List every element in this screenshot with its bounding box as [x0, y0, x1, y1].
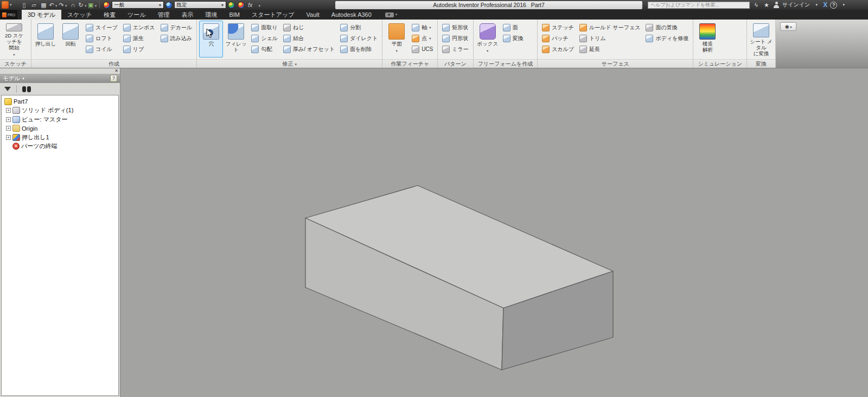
patch-button[interactable]: パッチ: [540, 33, 576, 43]
tab-Autodesk A360[interactable]: Autodesk A360: [326, 10, 378, 20]
work-point-button[interactable]: 点▾: [410, 33, 435, 43]
parameters-fx-button[interactable]: fx: [246, 2, 254, 8]
ribbon-group-label[interactable]: パターン: [438, 59, 473, 68]
tree-item-Origin[interactable]: +Origin: [2, 124, 118, 133]
ribbon-group-label[interactable]: フリーフォームを作成: [474, 59, 537, 68]
ribbon-group-label[interactable]: 修正▾: [197, 59, 382, 68]
emboss-button[interactable]: エンボス: [121, 22, 157, 33]
sweep-button[interactable]: スイープ: [84, 22, 120, 33]
replace-face-button[interactable]: 面の置換: [643, 22, 691, 33]
tab-スタートアップ[interactable]: スタートアップ: [246, 10, 301, 20]
extrude-button[interactable]: 押し出し: [34, 21, 58, 57]
appearance-select[interactable]: 既定 ▼: [174, 1, 226, 9]
browser-help-icon[interactable]: ?: [110, 75, 117, 82]
favorites-star-icon[interactable]: ★: [763, 1, 770, 9]
ruled-surface-button[interactable]: ルールド サーフェス: [577, 22, 642, 33]
expand-plus-icon[interactable]: +: [6, 108, 11, 113]
adjust-appearance-icon[interactable]: [228, 2, 235, 9]
split-button[interactable]: 分割: [338, 22, 380, 33]
derive-button[interactable]: 派生: [121, 33, 157, 43]
combine-button[interactable]: 結合: [281, 33, 337, 43]
new-file-icon[interactable]: ▯: [20, 1, 29, 9]
model-3d-box[interactable]: [120, 68, 868, 397]
appearance-browser-icon[interactable]: [165, 2, 173, 9]
material-select[interactable]: 一般 ▼: [112, 1, 164, 9]
delete-face-button[interactable]: 面を削除: [338, 44, 380, 54]
trim-button[interactable]: トリム: [577, 33, 642, 43]
tab-ツール[interactable]: ツール: [122, 10, 152, 20]
work-plane-button[interactable]: 平面▾: [385, 21, 409, 57]
tab-Vault[interactable]: Vault: [301, 10, 326, 20]
tab-環境[interactable]: 環境: [199, 10, 223, 20]
close-icon[interactable]: ✕: [114, 69, 118, 73]
ribbon-group-label[interactable]: スケッチ: [0, 59, 31, 68]
ribbon-group-label[interactable]: シミュレーション: [693, 59, 746, 68]
convert-to-sheet-metal-button[interactable]: シート メタル に変換: [749, 21, 773, 57]
ribbon-options-button[interactable]: ◉ ▾: [780, 22, 796, 31]
ribbon-group-label[interactable]: サーフェス: [538, 59, 693, 68]
thread-button[interactable]: ねじ: [281, 22, 337, 33]
import-button[interactable]: 読み込み: [158, 33, 195, 43]
help-search-input[interactable]: ヘルプおよびコマンドを検索...: [648, 2, 750, 9]
clear-appearance-icon[interactable]: [238, 2, 245, 9]
thicken-offset-button[interactable]: 厚み/ オフセット: [281, 44, 337, 54]
expand-plus-icon[interactable]: +: [6, 117, 11, 122]
search-icon[interactable]: [22, 86, 31, 92]
rectangular-pattern-button[interactable]: 矩形状: [440, 22, 470, 33]
rib-button[interactable]: リブ: [121, 44, 157, 54]
save-icon[interactable]: ▦: [39, 1, 48, 9]
select-filter-icon[interactable]: ▣▼: [88, 1, 97, 9]
work-axis-button[interactable]: 軸▾: [410, 22, 435, 33]
chamfer-button[interactable]: 面取り: [249, 22, 280, 33]
ribbon-group-label[interactable]: 作業フィーチャ: [382, 59, 437, 68]
loft-button[interactable]: ロフト: [84, 33, 120, 43]
tree-item-ビュー: マスター[interactable]: +ビュー: マスター: [2, 115, 118, 124]
start-2d-sketch-button[interactable]: 2D スケッチを 開始▾: [2, 21, 26, 57]
circular-pattern-button[interactable]: 円形状: [440, 33, 470, 43]
tab-検査[interactable]: 検査: [98, 10, 122, 20]
tab-3D モデル[interactable]: 3D モデル: [22, 10, 61, 20]
redo-icon[interactable]: ↷▼: [59, 1, 68, 9]
customize-qat-button[interactable]: ▼: [254, 1, 264, 9]
tab-スケッチ[interactable]: スケッチ: [61, 10, 98, 20]
graphics-viewport[interactable]: [120, 68, 868, 397]
undo-icon[interactable]: ↶▼: [49, 1, 58, 9]
tree-item-押し出し1[interactable]: +押し出し1: [2, 133, 118, 142]
extend-button[interactable]: 延長: [577, 44, 642, 54]
ribbon-group-label[interactable]: 変換: [747, 59, 775, 68]
mirror-button[interactable]: ミラー: [440, 44, 470, 54]
camera-record-icon[interactable]: [385, 12, 394, 17]
tab-表示[interactable]: 表示: [175, 10, 199, 20]
repair-body-button[interactable]: ボディを修復: [643, 33, 691, 43]
help-icon[interactable]: ?: [830, 2, 837, 9]
update-icon[interactable]: ↻▼: [78, 1, 87, 9]
decal-button[interactable]: デカール: [158, 22, 195, 33]
direct-edit-button[interactable]: ダイレクト: [338, 33, 380, 43]
coil-button[interactable]: コイル: [84, 44, 120, 54]
open-icon[interactable]: ▱: [29, 1, 39, 9]
stitch-button[interactable]: ステッチ: [540, 22, 576, 33]
tree-item-ソリッド ボディ(1)[interactable]: +ソリッド ボディ(1): [2, 106, 118, 116]
tab-BIM[interactable]: BIM: [223, 10, 246, 20]
user-account-icon[interactable]: [773, 2, 780, 8]
chevron-down-icon[interactable]: ▾: [840, 1, 847, 9]
expand-plus-icon[interactable]: +: [6, 126, 11, 131]
tab-管理[interactable]: 管理: [151, 10, 175, 20]
tree-item-Part7[interactable]: Part7: [2, 97, 118, 106]
ribbon-group-label[interactable]: 作成: [31, 59, 196, 68]
return-icon[interactable]: ∩: [68, 1, 78, 9]
app-menu-button[interactable]: ▾: [0, 0, 16, 10]
stress-analysis-button[interactable]: 構造 解析: [695, 21, 719, 57]
freeform-box-button[interactable]: ボックス▾: [476, 21, 500, 57]
draft-button[interactable]: 勾配: [249, 44, 280, 54]
freeform-convert-button[interactable]: 変換: [501, 33, 526, 43]
freeform-face-button[interactable]: 面: [501, 22, 526, 33]
chevron-down-icon[interactable]: ▾: [813, 1, 820, 9]
sign-in-button[interactable]: サインイン: [782, 1, 810, 9]
filter-icon[interactable]: [4, 87, 11, 91]
ucs-button[interactable]: UCS: [410, 44, 435, 54]
tree-item-パーツの終端[interactable]: ✕パーツの終端: [2, 142, 118, 151]
revolve-button[interactable]: 回転: [59, 21, 82, 57]
browser-header[interactable]: モデル ▾ ?: [0, 74, 120, 83]
expand-plus-icon[interactable]: +: [6, 135, 11, 140]
